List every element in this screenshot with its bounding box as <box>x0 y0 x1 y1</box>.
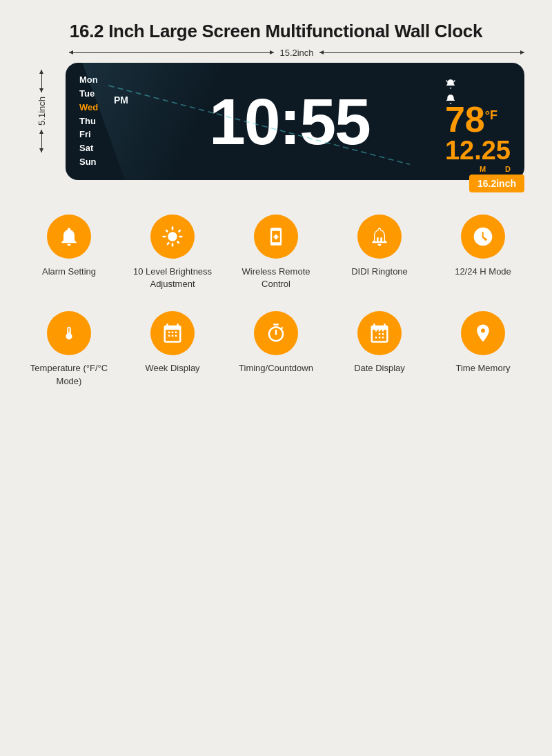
dimension-width: 15.2inch <box>69 48 524 58</box>
height-label: 5.1inch <box>37 97 47 126</box>
feature-time-memory: Time Memory <box>442 311 524 387</box>
features-row-2: Temperature (°F/°C Mode) Week Display <box>21 311 531 387</box>
features-section: Alarm Setting 10 Level Brightness Adjust… <box>14 215 538 388</box>
date-numbers: 12.25 <box>445 137 511 163</box>
time-mode-icon-circle <box>461 215 505 259</box>
width-arrow <box>69 52 274 53</box>
feature-date: Date Display <box>338 311 421 387</box>
temperature-display: 78°F <box>445 101 497 137</box>
clock-section: 15.2inch 5.1inch Mon Tue Wed Thu Fri Sat <box>28 63 524 180</box>
feature-brightness: 10 Level Brightness Adjustment <box>131 215 214 290</box>
feature-remote: Wireless Remote Control <box>235 215 317 290</box>
height-arrow2 <box>41 130 42 152</box>
week-label: Week Display <box>145 362 199 375</box>
main-time: 10:55 <box>134 89 445 155</box>
date-icon-circle <box>357 311 402 355</box>
ampm-indicator: PM <box>114 94 128 106</box>
brightness-label: 10 Level Brightness Adjustment <box>131 266 214 290</box>
page-title: 16.2 Inch Large Screen Multifunctional W… <box>14 21 538 42</box>
temp-value: 78 <box>445 99 485 139</box>
feature-ringtone: DIDI Ringtone <box>338 215 421 290</box>
height-arrow <box>41 70 42 92</box>
date-display: 12.25 M D <box>445 137 511 173</box>
ringtone-icon-circle <box>357 215 402 259</box>
week-icon-circle <box>150 311 195 355</box>
feature-alarm-setting: Alarm Setting <box>28 215 110 290</box>
size-badge: 16.2inch <box>469 175 524 192</box>
date-label-m: M <box>480 165 486 173</box>
feature-week: Week Display <box>131 311 214 387</box>
width-arrow2 <box>319 52 524 53</box>
timing-icon-circle <box>254 311 298 355</box>
feature-temperature: Temperature (°F/°C Mode) <box>28 311 110 387</box>
ringtone-label: DIDI Ringtone <box>351 266 408 278</box>
day-wed: Wed <box>79 102 106 114</box>
right-panel: 78°F 12.25 M D <box>445 75 511 168</box>
alarm-setting-icon-circle <box>47 215 91 259</box>
feature-time-mode: 12/24 H Mode <box>442 215 524 290</box>
temperature-icon-circle <box>47 311 91 355</box>
day-sun: Sun <box>79 157 106 168</box>
clock-body: Mon Tue Wed Thu Fri Sat Sun PM 10:55 <box>66 63 524 180</box>
day-mon: Mon <box>79 74 106 86</box>
alarm-setting-label: Alarm Setting <box>42 266 96 278</box>
features-row-1: Alarm Setting 10 Level Brightness Adjust… <box>21 215 531 290</box>
date-label: Date Display <box>354 362 405 375</box>
time-mode-label: 12/24 H Mode <box>455 266 511 278</box>
timing-label: Timing/Countdown <box>239 362 313 375</box>
remote-label: Wireless Remote Control <box>235 266 317 290</box>
time-memory-label: Time Memory <box>456 362 511 375</box>
day-sat: Sat <box>79 143 106 155</box>
alarm-icon-1 <box>445 79 456 90</box>
brightness-icon-circle <box>150 215 195 259</box>
days-column: Mon Tue Wed Thu Fri Sat Sun <box>79 74 106 168</box>
dimension-height: 5.1inch <box>21 70 62 152</box>
day-thu: Thu <box>79 116 106 128</box>
date-label-d: D <box>505 165 511 173</box>
page-container: 16.2 Inch Large Screen Multifunctional W… <box>0 0 552 436</box>
time-memory-icon-circle <box>461 311 505 355</box>
date-labels: M D <box>480 165 511 173</box>
remote-icon-circle <box>254 215 298 259</box>
temp-unit: °F <box>485 108 497 122</box>
feature-timing: Timing/Countdown <box>235 311 317 387</box>
day-fri: Fri <box>79 129 106 141</box>
day-tue: Tue <box>79 88 106 100</box>
width-label: 15.2inch <box>279 48 313 58</box>
temperature-label: Temperature (°F/°C Mode) <box>28 362 110 387</box>
